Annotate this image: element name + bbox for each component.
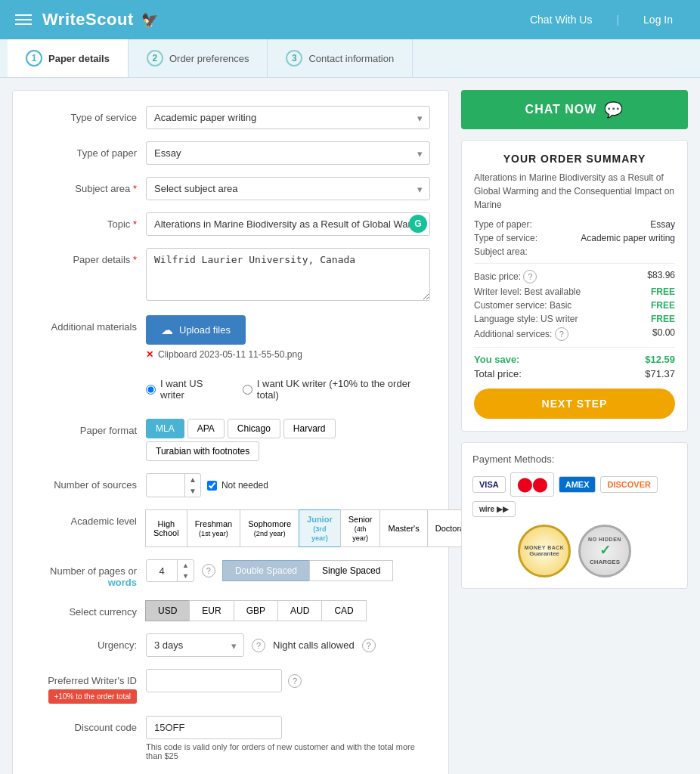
chat-link[interactable]: Chat With Us bbox=[518, 14, 604, 26]
summary-additional-services-label: Additional services: ? bbox=[474, 327, 568, 341]
urgency-select-wrapper: 3 days ▾ bbox=[146, 633, 244, 657]
currency-cad[interactable]: CAD bbox=[321, 600, 366, 621]
format-harvard[interactable]: Harvard bbox=[283, 419, 336, 438]
form-column: Type of service Academic paper writing ▾… bbox=[12, 90, 449, 774]
subject-select[interactable]: Select subject area bbox=[146, 177, 430, 200]
pages-help-icon[interactable]: ? bbox=[202, 564, 215, 577]
topic-input[interactable]: Alterations in Marine Biodiversity as a … bbox=[146, 212, 430, 236]
currency-usd[interactable]: USD bbox=[145, 600, 190, 621]
summary-language-style-label: Language style: US writer bbox=[474, 314, 578, 324]
summary-topic: Alterations in Marine Biodiversity as a … bbox=[474, 171, 675, 212]
spacing-single[interactable]: Single Spaced bbox=[309, 560, 393, 581]
format-chicago[interactable]: Chicago bbox=[228, 419, 280, 438]
sources-row: Number of sources ▲ ▼ Not needed bbox=[31, 473, 430, 497]
tab-contact-info[interactable]: 3 Contact information bbox=[268, 39, 413, 77]
writer-id-label: Preferred Writer's ID +10% to the order … bbox=[31, 669, 137, 704]
summary-total-row: Total price: $71.37 bbox=[474, 368, 675, 379]
basic-price-help-icon[interactable]: ? bbox=[523, 270, 537, 283]
summary-customer-service-label: Customer service: Basic bbox=[474, 300, 571, 311]
pages-input[interactable]: 4 bbox=[147, 562, 177, 580]
level-high-school[interactable]: High School bbox=[145, 509, 187, 547]
summary-paper-type-row: Type of paper: Essay bbox=[474, 219, 675, 230]
upload-button[interactable]: ☁ Upload files bbox=[146, 315, 246, 345]
writer-id-inner-row: ? bbox=[146, 669, 430, 692]
urgency-help-icon[interactable]: ? bbox=[252, 639, 265, 652]
writer-id-input[interactable] bbox=[146, 669, 282, 692]
sources-input[interactable] bbox=[147, 475, 184, 496]
tab-paper-details[interactable]: 1 Paper details bbox=[8, 39, 129, 77]
sources-down-arrow[interactable]: ▼ bbox=[185, 485, 200, 497]
details-label: Paper details * bbox=[31, 248, 137, 265]
not-needed-checkbox[interactable] bbox=[207, 481, 217, 491]
writer-id-help-icon[interactable]: ? bbox=[288, 674, 302, 688]
service-control: Academic paper writing ▾ bbox=[146, 106, 430, 129]
tab-order-preferences[interactable]: 2 Order preferences bbox=[129, 39, 268, 77]
summary-divider-1 bbox=[474, 263, 675, 264]
chat-now-button[interactable]: CHAT NOW 💬 bbox=[461, 90, 688, 129]
currency-aud[interactable]: AUD bbox=[277, 600, 322, 621]
summary-total-val: $71.37 bbox=[645, 368, 675, 379]
summary-next-step-button[interactable]: NEXT STEP bbox=[474, 389, 675, 419]
level-freshman[interactable]: Freshman(1st year) bbox=[187, 509, 241, 547]
details-required: * bbox=[133, 254, 137, 265]
level-sophomore[interactable]: Sophomore(2nd year) bbox=[240, 509, 299, 547]
sources-up-arrow[interactable]: ▲ bbox=[185, 474, 200, 485]
summary-you-save-val: $12.59 bbox=[645, 354, 675, 365]
discover-logo: DISCOVER bbox=[600, 476, 657, 493]
night-calls-label: Night calls allowed bbox=[273, 639, 355, 651]
summary-subject-row: Subject area: bbox=[474, 246, 675, 257]
logo-text: WriteScout bbox=[42, 10, 134, 29]
discount-row: Discount code 15OFF This code is valid o… bbox=[31, 716, 430, 760]
writer-us-radio[interactable] bbox=[146, 385, 156, 395]
payment-section: Payment Methods: VISA ⬤⬤ AMEX DISCOVER w… bbox=[461, 442, 688, 589]
writer-uk-radio[interactable] bbox=[243, 385, 252, 395]
level-junior[interactable]: Junior(3rd year) bbox=[299, 509, 341, 547]
subject-control: Select subject area ▾ bbox=[146, 177, 430, 200]
file-remove-icon[interactable]: ✕ bbox=[146, 349, 153, 360]
hamburger-menu[interactable] bbox=[15, 14, 32, 25]
login-link[interactable]: Log In bbox=[631, 14, 685, 26]
money-back-guarantee-text: Guarantee bbox=[529, 550, 559, 557]
pages-label: Number of pages or words bbox=[31, 559, 137, 588]
format-turabian[interactable]: Turabian with footnotes bbox=[146, 441, 259, 461]
format-control: MLA APA Chicago Harvard Turabian with fo… bbox=[146, 419, 430, 461]
currency-eur[interactable]: EUR bbox=[189, 600, 234, 621]
level-masters[interactable]: Master's bbox=[379, 509, 427, 547]
level-row: Academic level High School Freshman(1st … bbox=[31, 509, 430, 547]
level-label: Academic level bbox=[31, 509, 137, 527]
writer-uk-option[interactable]: I want UK writer (+10% to the order tota… bbox=[243, 378, 430, 401]
writer-uk-label: I want UK writer (+10% to the order tota… bbox=[257, 378, 430, 401]
urgency-select[interactable]: 3 days bbox=[146, 633, 244, 657]
discount-input[interactable]: 15OFF bbox=[146, 716, 282, 739]
tab-label-3: Contact information bbox=[308, 53, 394, 64]
service-select[interactable]: Academic paper writing bbox=[146, 106, 430, 129]
header-divider: | bbox=[604, 14, 631, 26]
money-back-badge: MONEY BACK Guarantee bbox=[518, 525, 571, 577]
format-apa[interactable]: APA bbox=[187, 419, 225, 438]
level-senior[interactable]: Senior(4th year) bbox=[340, 509, 381, 547]
summary-service-val: Academic paper writing bbox=[581, 233, 675, 243]
paper-select-wrapper: Essay ▾ bbox=[146, 141, 430, 165]
order-summary: YOUR ORDER SUMMARY Alterations in Marine… bbox=[461, 140, 688, 432]
summary-title: YOUR ORDER SUMMARY bbox=[474, 153, 675, 165]
summary-additional-services-row: Additional services: ? $0.00 bbox=[474, 327, 675, 341]
format-mla[interactable]: MLA bbox=[146, 419, 184, 438]
details-textarea[interactable]: Wilfrid Laurier University, Canada bbox=[146, 248, 430, 301]
spacing-double[interactable]: Double Spaced bbox=[222, 560, 310, 581]
sources-label: Number of sources bbox=[31, 473, 137, 491]
payment-logos: VISA ⬤⬤ AMEX DISCOVER wire ▶▶ bbox=[472, 472, 677, 517]
night-calls-help-icon[interactable]: ? bbox=[362, 639, 376, 652]
summary-language-style-row: Language style: US writer FREE bbox=[474, 314, 675, 324]
paper-select[interactable]: Essay bbox=[146, 141, 430, 165]
not-needed-label[interactable]: Not needed bbox=[207, 480, 268, 491]
additional-services-help-icon[interactable]: ? bbox=[555, 327, 568, 341]
summary-basic-price-val: $83.96 bbox=[647, 270, 675, 283]
currency-row: Select currency USD EUR GBP AUD CAD bbox=[31, 600, 430, 621]
pages-down-arrow[interactable]: ▼ bbox=[177, 571, 194, 581]
pages-up-arrow[interactable]: ▲ bbox=[177, 560, 194, 571]
summary-customer-service-row: Customer service: Basic FREE bbox=[474, 300, 675, 311]
summary-service-label: Type of service: bbox=[474, 233, 537, 243]
currency-gbp[interactable]: GBP bbox=[234, 600, 278, 621]
pages-control: 4 ▲ ▼ ? Double Spaced Single Spaced bbox=[146, 559, 430, 582]
writer-us-option[interactable]: I want US writer bbox=[146, 378, 228, 401]
